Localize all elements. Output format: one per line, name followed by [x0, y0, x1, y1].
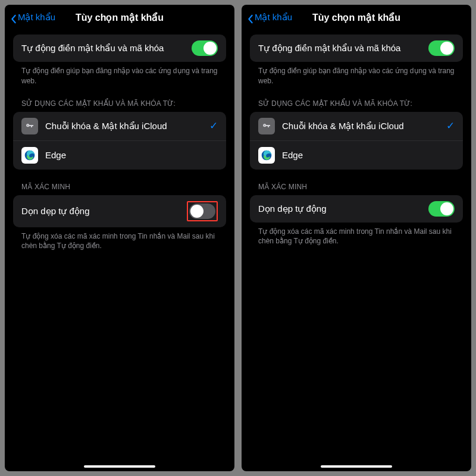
verify-section-header: MÃ XÁC MINH — [250, 170, 463, 195]
content-area: Tự động điền mật khẩu và mã khóa Tự động… — [242, 31, 471, 471]
autofill-group: Tự động điền mật khẩu và mã khóa — [13, 35, 226, 62]
autofill-footer: Tự động điền giúp bạn đăng nhập vào các … — [250, 62, 463, 86]
content-area: Tự động điền mật khẩu và mã khóa Tự động… — [5, 31, 234, 471]
cleanup-toggle-row[interactable]: Dọn dẹp tự động — [13, 195, 226, 227]
chevron-left-icon — [11, 14, 17, 20]
autofill-footer: Tự động điền giúp bạn đăng nhập vào các … — [13, 62, 226, 86]
provider-label: Edge — [282, 150, 455, 160]
home-indicator[interactable] — [84, 465, 155, 468]
autofill-toggle[interactable] — [428, 40, 455, 56]
back-button[interactable]: Mật khẩu — [11, 12, 55, 23]
nav-header: Mật khẩu Tùy chọn mật khẩu — [242, 5, 471, 31]
nav-header: Mật khẩu Tùy chọn mật khẩu — [5, 5, 234, 31]
checkmark-icon: ✓ — [446, 120, 455, 132]
back-button[interactable]: Mật khẩu — [248, 12, 292, 23]
provider-edge-row[interactable]: Edge — [13, 141, 226, 170]
toggle-knob — [440, 42, 453, 55]
toggle-knob — [203, 42, 217, 55]
page-title: Tùy chọn mật khẩu — [312, 12, 400, 23]
toggle-knob — [190, 205, 203, 218]
autofill-label: Tự động điền mật khẩu và mã khóa — [258, 43, 428, 54]
toggle-knob — [440, 202, 453, 215]
cleanup-group: Dọn dẹp tự động — [250, 195, 463, 223]
provider-label: Chuỗi khóa & Mật khẩu iCloud — [282, 121, 446, 131]
checkmark-icon: ✓ — [209, 120, 218, 132]
providers-group: Chuỗi khóa & Mật khẩu iCloud ✓ Edge — [13, 112, 226, 170]
autofill-toggle-row[interactable]: Tự động điền mật khẩu và mã khóa — [13, 35, 226, 62]
autofill-toggle-row[interactable]: Tự động điền mật khẩu và mã khóa — [250, 35, 463, 62]
chevron-left-icon — [248, 14, 253, 20]
cleanup-footer: Tự động xóa các mã xác minh trong Tin nh… — [250, 223, 463, 247]
providers-section-header: SỬ DỤNG CÁC MẬT KHẨU VÀ MÃ KHÓA TỪ: — [250, 86, 463, 112]
provider-edge-row[interactable]: Edge — [250, 141, 463, 170]
key-icon — [21, 118, 38, 134]
page-title: Tùy chọn mật khẩu — [76, 12, 164, 23]
phone-left: Mật khẩu Tùy chọn mật khẩu Tự động điền … — [5, 5, 234, 471]
home-indicator[interactable] — [321, 465, 392, 468]
autofill-label: Tự động điền mật khẩu và mã khóa — [21, 43, 192, 54]
back-label: Mật khẩu — [255, 12, 292, 23]
cleanup-toggle-row[interactable]: Dọn dẹp tự động — [250, 195, 463, 223]
edge-icon — [21, 147, 38, 164]
providers-section-header: SỬ DỤNG CÁC MẬT KHẨU VÀ MÃ KHÓA TỪ: — [13, 86, 226, 112]
autofill-toggle[interactable] — [192, 40, 218, 56]
cleanup-toggle[interactable] — [428, 201, 455, 217]
edge-icon — [258, 147, 275, 164]
cleanup-group: Dọn dẹp tự động — [13, 195, 226, 227]
cleanup-footer: Tự động xóa các mã xác minh trong Tin nh… — [13, 227, 226, 252]
provider-label: Edge — [45, 150, 218, 160]
back-label: Mật khẩu — [18, 12, 55, 23]
key-icon — [258, 118, 275, 134]
provider-keychain-row[interactable]: Chuỗi khóa & Mật khẩu iCloud ✓ — [13, 112, 226, 141]
highlight-annotation — [187, 201, 218, 221]
provider-label: Chuỗi khóa & Mật khẩu iCloud — [45, 121, 209, 131]
providers-group: Chuỗi khóa & Mật khẩu iCloud ✓ Edge — [250, 112, 463, 170]
autofill-group: Tự động điền mật khẩu và mã khóa — [250, 35, 463, 62]
verify-section-header: MÃ XÁC MINH — [13, 170, 226, 195]
provider-keychain-row[interactable]: Chuỗi khóa & Mật khẩu iCloud ✓ — [250, 112, 463, 141]
cleanup-label: Dọn dẹp tự động — [258, 203, 428, 214]
phone-right: Mật khẩu Tùy chọn mật khẩu Tự động điền … — [242, 5, 471, 471]
cleanup-label: Dọn dẹp tự động — [21, 206, 187, 217]
cleanup-toggle[interactable] — [189, 203, 215, 219]
